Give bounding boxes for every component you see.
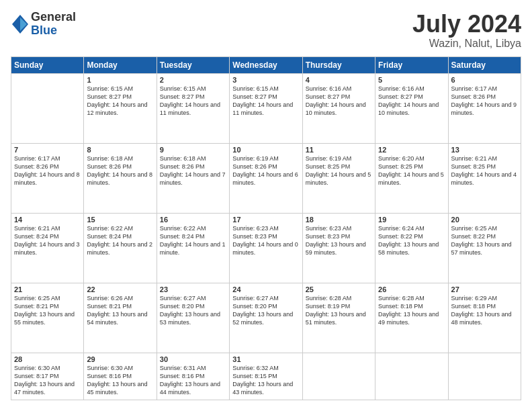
header-monday: Monday [84, 56, 157, 73]
table-row: 12Sunrise: 6:20 AM Sunset: 8:25 PM Dayli… [375, 143, 448, 213]
table-row: 25Sunrise: 6:28 AM Sunset: 8:19 PM Dayli… [302, 283, 375, 353]
day-info: Sunrise: 6:31 AM Sunset: 8:16 PM Dayligh… [160, 364, 226, 397]
day-number: 20 [451, 216, 518, 224]
table-row: 20Sunrise: 6:25 AM Sunset: 8:22 PM Dayli… [448, 213, 521, 283]
day-info: Sunrise: 6:30 AM Sunset: 8:16 PM Dayligh… [87, 364, 153, 397]
day-number: 12 [378, 146, 445, 154]
day-number: 4 [306, 76, 372, 84]
logo-blue-text: Blue [31, 24, 76, 38]
day-number: 8 [87, 146, 153, 154]
day-number: 6 [451, 76, 518, 84]
table-row: 26Sunrise: 6:28 AM Sunset: 8:18 PM Dayli… [375, 283, 448, 353]
header-sunday: Sunday [11, 56, 84, 73]
day-number: 28 [14, 355, 81, 363]
day-info: Sunrise: 6:25 AM Sunset: 8:21 PM Dayligh… [14, 294, 81, 327]
day-number: 16 [160, 216, 226, 224]
table-row: 18Sunrise: 6:23 AM Sunset: 8:23 PM Dayli… [302, 213, 375, 283]
day-info: Sunrise: 6:17 AM Sunset: 8:26 PM Dayligh… [14, 154, 81, 187]
table-row: 23Sunrise: 6:27 AM Sunset: 8:20 PM Dayli… [157, 283, 229, 353]
calendar-week-row: 21Sunrise: 6:25 AM Sunset: 8:21 PM Dayli… [11, 283, 521, 353]
logo-text: General Blue [31, 11, 76, 38]
day-info: Sunrise: 6:26 AM Sunset: 8:21 PM Dayligh… [87, 294, 153, 327]
logo-icon [12, 15, 28, 34]
day-number: 22 [87, 285, 153, 293]
day-number: 18 [306, 216, 372, 224]
day-info: Sunrise: 6:22 AM Sunset: 8:24 PM Dayligh… [87, 224, 153, 257]
table-row: 1Sunrise: 6:15 AM Sunset: 8:27 PM Daylig… [84, 73, 157, 143]
day-number: 2 [160, 76, 226, 84]
page: General Blue July 2024 Wazin, Nalut, Lib… [0, 0, 532, 411]
day-info: Sunrise: 6:30 AM Sunset: 8:17 PM Dayligh… [14, 364, 81, 397]
table-row: 5Sunrise: 6:16 AM Sunset: 8:27 PM Daylig… [375, 73, 448, 143]
calendar-week-row: 1Sunrise: 6:15 AM Sunset: 8:27 PM Daylig… [11, 73, 521, 143]
day-info: Sunrise: 6:18 AM Sunset: 8:26 PM Dayligh… [160, 154, 226, 187]
day-info: Sunrise: 6:15 AM Sunset: 8:27 PM Dayligh… [160, 85, 226, 118]
day-info: Sunrise: 6:28 AM Sunset: 8:18 PM Dayligh… [378, 294, 445, 327]
day-info: Sunrise: 6:22 AM Sunset: 8:24 PM Dayligh… [160, 224, 226, 257]
day-number: 5 [378, 76, 445, 84]
logo-general-text: General [31, 11, 76, 24]
day-number: 25 [306, 285, 372, 293]
day-info: Sunrise: 6:19 AM Sunset: 8:25 PM Dayligh… [306, 154, 372, 187]
day-number: 30 [160, 355, 226, 363]
day-number: 13 [451, 146, 518, 154]
month-title: July 2024 [412, 11, 521, 38]
day-number: 3 [232, 76, 299, 84]
table-row: 16Sunrise: 6:22 AM Sunset: 8:24 PM Dayli… [157, 213, 229, 283]
table-row [11, 73, 84, 143]
day-number: 21 [14, 285, 81, 293]
table-row: 9Sunrise: 6:18 AM Sunset: 8:26 PM Daylig… [157, 143, 229, 213]
title-block: July 2024 Wazin, Nalut, Libya [412, 11, 521, 50]
day-number: 26 [378, 285, 445, 293]
day-info: Sunrise: 6:25 AM Sunset: 8:22 PM Dayligh… [451, 224, 518, 257]
calendar-week-row: 7Sunrise: 6:17 AM Sunset: 8:26 PM Daylig… [11, 143, 521, 213]
table-row: 15Sunrise: 6:22 AM Sunset: 8:24 PM Dayli… [84, 213, 157, 283]
table-row: 24Sunrise: 6:27 AM Sunset: 8:20 PM Dayli… [230, 283, 302, 353]
table-row [375, 353, 448, 400]
calendar-week-row: 14Sunrise: 6:21 AM Sunset: 8:24 PM Dayli… [11, 213, 521, 283]
logo: General Blue [11, 11, 76, 38]
table-row: 17Sunrise: 6:23 AM Sunset: 8:23 PM Dayli… [230, 213, 302, 283]
calendar-week-row: 28Sunrise: 6:30 AM Sunset: 8:17 PM Dayli… [11, 353, 521, 400]
table-row: 29Sunrise: 6:30 AM Sunset: 8:16 PM Dayli… [84, 353, 157, 400]
day-number: 31 [232, 355, 299, 363]
day-info: Sunrise: 6:27 AM Sunset: 8:20 PM Dayligh… [160, 294, 226, 327]
day-number: 24 [232, 285, 299, 293]
day-info: Sunrise: 6:20 AM Sunset: 8:25 PM Dayligh… [378, 154, 445, 187]
day-info: Sunrise: 6:19 AM Sunset: 8:26 PM Dayligh… [232, 154, 299, 187]
day-number: 19 [378, 216, 445, 224]
day-info: Sunrise: 6:23 AM Sunset: 8:23 PM Dayligh… [232, 224, 299, 257]
day-info: Sunrise: 6:15 AM Sunset: 8:27 PM Dayligh… [232, 85, 299, 118]
table-row: 27Sunrise: 6:29 AM Sunset: 8:18 PM Dayli… [448, 283, 521, 353]
table-row: 6Sunrise: 6:17 AM Sunset: 8:26 PM Daylig… [448, 73, 521, 143]
table-row: 4Sunrise: 6:16 AM Sunset: 8:27 PM Daylig… [302, 73, 375, 143]
table-row: 8Sunrise: 6:18 AM Sunset: 8:26 PM Daylig… [84, 143, 157, 213]
table-row: 10Sunrise: 6:19 AM Sunset: 8:26 PM Dayli… [230, 143, 302, 213]
table-row: 13Sunrise: 6:21 AM Sunset: 8:25 PM Dayli… [448, 143, 521, 213]
table-row: 7Sunrise: 6:17 AM Sunset: 8:26 PM Daylig… [11, 143, 84, 213]
day-info: Sunrise: 6:16 AM Sunset: 8:27 PM Dayligh… [378, 85, 445, 118]
day-info: Sunrise: 6:21 AM Sunset: 8:24 PM Dayligh… [14, 224, 81, 257]
table-row [302, 353, 375, 400]
table-row: 30Sunrise: 6:31 AM Sunset: 8:16 PM Dayli… [157, 353, 229, 400]
day-number: 15 [87, 216, 153, 224]
day-info: Sunrise: 6:16 AM Sunset: 8:27 PM Dayligh… [306, 85, 372, 118]
table-row [448, 353, 521, 400]
day-number: 1 [87, 76, 153, 84]
table-row: 19Sunrise: 6:24 AM Sunset: 8:22 PM Dayli… [375, 213, 448, 283]
day-info: Sunrise: 6:27 AM Sunset: 8:20 PM Dayligh… [232, 294, 299, 327]
header: General Blue July 2024 Wazin, Nalut, Lib… [11, 11, 521, 50]
table-row: 2Sunrise: 6:15 AM Sunset: 8:27 PM Daylig… [157, 73, 229, 143]
day-info: Sunrise: 6:23 AM Sunset: 8:23 PM Dayligh… [306, 224, 372, 257]
day-info: Sunrise: 6:29 AM Sunset: 8:18 PM Dayligh… [451, 294, 518, 327]
day-info: Sunrise: 6:21 AM Sunset: 8:25 PM Dayligh… [451, 154, 518, 187]
day-number: 10 [232, 146, 299, 154]
header-friday: Friday [375, 56, 448, 73]
day-number: 9 [160, 146, 226, 154]
table-row: 22Sunrise: 6:26 AM Sunset: 8:21 PM Dayli… [84, 283, 157, 353]
header-wednesday: Wednesday [230, 56, 302, 73]
day-number: 27 [451, 285, 518, 293]
day-info: Sunrise: 6:15 AM Sunset: 8:27 PM Dayligh… [87, 85, 153, 118]
header-thursday: Thursday [302, 56, 375, 73]
day-info: Sunrise: 6:24 AM Sunset: 8:22 PM Dayligh… [378, 224, 445, 257]
